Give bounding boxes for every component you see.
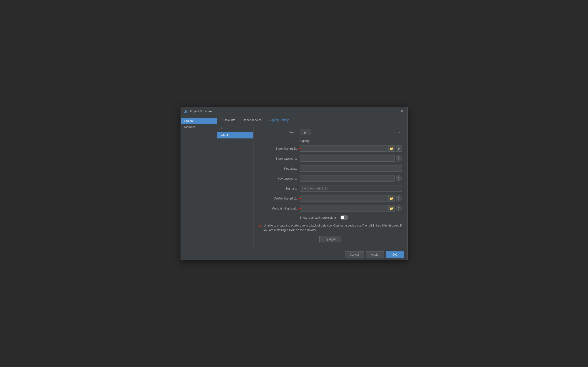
main-area: Basic Info Dependencies Signing Configs …: [217, 116, 408, 249]
list-item[interactable]: default: [217, 132, 253, 138]
key-alias-input[interactable]: [300, 165, 402, 172]
store-password-input-group: ?: [300, 155, 402, 162]
store-password-label: Store password:: [259, 157, 300, 160]
team-select-wrapper: g p... ▾: [300, 129, 402, 135]
folder-icon-2: 📁: [390, 197, 393, 200]
show-restricted-row: Show restricted permissions: [259, 215, 402, 220]
fingerprint-icon: ⊕: [397, 147, 400, 150]
show-restricted-text: Show restricted permissions: [300, 216, 339, 219]
dialog-body: Project Modules Basic Info Dependencies …: [181, 116, 408, 249]
key-password-help-button[interactable]: ?: [396, 175, 402, 182]
key-password-input[interactable]: [300, 175, 395, 182]
profile-file-browse-button[interactable]: 📁: [388, 195, 395, 201]
store-password-input[interactable]: [300, 155, 395, 162]
close-button[interactable]: ✕: [399, 109, 405, 114]
sign-alg-label: Sign alg:: [259, 187, 300, 190]
signing-section-header: Signing: [300, 139, 402, 142]
profile-file-label: Profile file(*.p7b):: [259, 197, 300, 200]
folder-icon: 📁: [390, 147, 393, 150]
sidebar-item-modules[interactable]: Modules: [181, 124, 217, 130]
toggle-container: Show restricted permissions: [300, 215, 349, 220]
profile-file-row: Profile file(*.p7b): → 📁 ?: [259, 195, 402, 201]
tab-basic-info[interactable]: Basic Info: [219, 116, 239, 124]
help-icon-3: ?: [398, 197, 400, 200]
remove-config-button[interactable]: −: [225, 126, 230, 131]
sign-alg-input: [300, 185, 402, 192]
cancel-button[interactable]: Cancel: [345, 251, 364, 258]
store-file-input[interactable]: [300, 145, 387, 152]
title-bar-left: Project Structure: [184, 109, 212, 114]
help-icon-2: ?: [398, 176, 400, 180]
form-panel: Team: g p... ▾ Signing: [254, 124, 408, 249]
help-icon-4: ?: [398, 207, 400, 210]
signing-configs-list-panel: + − default: [217, 124, 254, 249]
store-file-input-group: 📁 ⊕: [300, 145, 402, 152]
key-password-row: Key password: ?: [259, 175, 402, 182]
key-password-label: Key password:: [259, 177, 300, 180]
apply-button[interactable]: Apply: [366, 251, 384, 258]
chevron-down-icon: ▾: [399, 131, 400, 133]
ok-button[interactable]: OK: [386, 251, 404, 258]
store-file-arrow-icon: →: [297, 145, 302, 151]
certpath-file-row: Certpath file(*.cer): → 📁 ?: [259, 205, 402, 211]
key-password-input-group: ?: [300, 175, 402, 182]
certpath-file-arrow-icon: →: [297, 205, 302, 211]
team-select[interactable]: g p...: [300, 129, 310, 135]
profile-file-input[interactable]: [300, 195, 387, 201]
store-file-label: Store file(*.p12):: [259, 147, 300, 150]
profile-file-arrow-icon: →: [297, 195, 302, 201]
show-restricted-toggle[interactable]: [340, 215, 348, 220]
certpath-file-input-group: 📁 ?: [300, 205, 402, 211]
project-structure-dialog: Project Structure ✕ Project Modules Basi…: [180, 107, 408, 260]
app-icon: [184, 109, 188, 114]
error-message: Unable to create the profile due to a la…: [264, 223, 402, 232]
try-again-button[interactable]: Try Again: [319, 236, 341, 242]
team-label: Team:: [259, 131, 300, 134]
tab-signing-configs[interactable]: Signing Configs: [265, 116, 293, 124]
profile-file-help-button[interactable]: ?: [396, 195, 402, 201]
title-bar: Project Structure ✕: [181, 107, 408, 116]
sidebar-item-project[interactable]: Project: [181, 118, 217, 124]
key-alias-label: Key alias:: [259, 167, 300, 170]
help-icon: ?: [398, 157, 400, 160]
certpath-file-input[interactable]: [300, 205, 387, 211]
dialog-title: Project Structure: [190, 110, 212, 113]
key-alias-row: Key alias:: [259, 165, 402, 172]
certpath-file-label: Certpath file(*.cer):: [259, 207, 300, 210]
tab-dependencies[interactable]: Dependencies: [239, 116, 265, 124]
store-file-row: Store file(*.p12): → 📁 ⊕: [259, 145, 402, 152]
sidebar: Project Modules: [181, 116, 217, 249]
error-box: ⊗ Unable to create the profile due to a …: [259, 223, 402, 232]
tabs-bar: Basic Info Dependencies Signing Configs: [217, 116, 408, 124]
dialog-footer: Cancel Apply OK: [181, 249, 408, 260]
error-icon: ⊗: [259, 224, 262, 228]
list-toolbar: + −: [217, 124, 253, 132]
toggle-knob: [341, 216, 344, 219]
store-password-row: Store password: ?: [259, 155, 402, 162]
add-config-button[interactable]: +: [219, 126, 224, 131]
content-area: + − default Team: g p...: [217, 124, 408, 249]
certpath-file-browse-button[interactable]: 📁: [388, 205, 395, 211]
sign-alg-row: Sign alg:: [259, 185, 402, 192]
profile-file-input-group: 📁 ?: [300, 195, 402, 201]
certpath-file-help-button[interactable]: ?: [396, 205, 402, 211]
team-row: Team: g p... ▾: [259, 129, 402, 135]
store-file-browse-button[interactable]: 📁: [388, 145, 395, 152]
store-password-help-button[interactable]: ?: [396, 155, 402, 162]
folder-icon-3: 📁: [390, 207, 393, 210]
store-file-fingerprint-button[interactable]: ⊕: [396, 145, 402, 152]
try-again-container: Try Again: [259, 236, 402, 242]
